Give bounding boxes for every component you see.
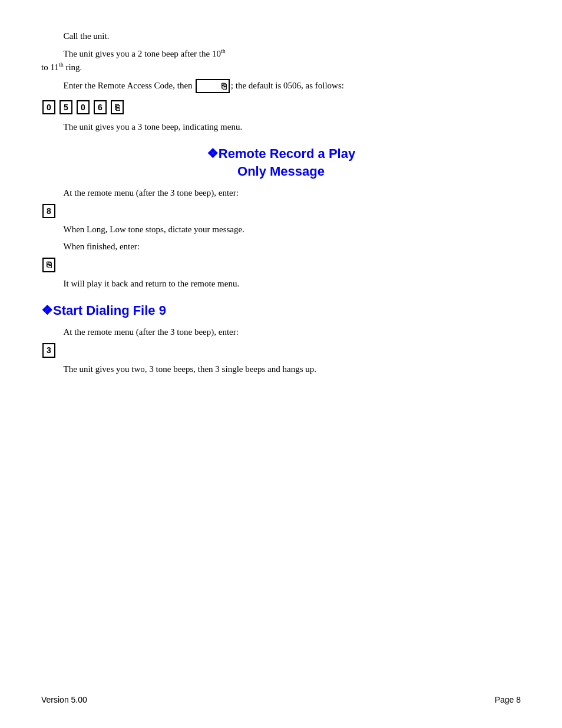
hash-grid-icon: ⎘ [196, 79, 230, 93]
key-8-container: 8 [41, 203, 521, 219]
paragraph-3-tone-beep: The unit gives you a 3 tone beep, indica… [41, 120, 521, 134]
key-0-second: 0 [77, 100, 90, 114]
footer-page: Page 8 [495, 695, 521, 704]
key-hash-container: ⎘ [41, 256, 521, 273]
paragraph-play-back: It will play it back and return to the r… [41, 277, 521, 291]
paragraph-remote-menu-2: At the remote menu (after the 3 tone bee… [41, 325, 521, 339]
key-hash-symbol: ⎘ [42, 258, 55, 272]
heading-diamond-2: ❖ [41, 303, 53, 318]
paragraph-remote-menu-1: At the remote menu (after the 3 tone bee… [41, 186, 521, 200]
paragraph-two-3-tone-beeps: The unit gives you two, 3 tone beeps, th… [41, 363, 521, 376]
key-3: 3 [42, 343, 55, 357]
heading-remote-record: ❖Remote Record a Play Only Message [41, 145, 521, 180]
page: Call the unit. The unit gives you a 2 to… [0, 0, 562, 728]
paragraph-long-low-tone: When Long, Low tone stops, dictate your … [41, 223, 521, 236]
heading-diamond-1: ❖ [207, 146, 219, 161]
keys-row-0506: 0 5 0 6 ⎘ [41, 99, 521, 116]
paragraph-call-unit: Call the unit. [41, 29, 521, 43]
key-3-container: 3 [41, 342, 521, 358]
heading-start-dialing: ❖Start Dialing File 9 [41, 302, 521, 319]
footer-version: Version 5.00 [41, 695, 87, 704]
key-5: 5 [59, 100, 72, 114]
footer: Version 5.00 Page 8 [41, 695, 521, 704]
key-0-first: 0 [42, 100, 55, 114]
key-8: 8 [42, 204, 55, 218]
paragraph-when-finished: When finished, enter: [41, 240, 521, 253]
paragraph-remote-access-code: Enter the Remote Access Code, then ⎘; th… [41, 78, 521, 94]
paragraph-tone-beep: The unit gives you a 2 tone beep after t… [41, 47, 521, 74]
key-hash: ⎘ [111, 100, 124, 114]
key-6: 6 [94, 100, 107, 114]
